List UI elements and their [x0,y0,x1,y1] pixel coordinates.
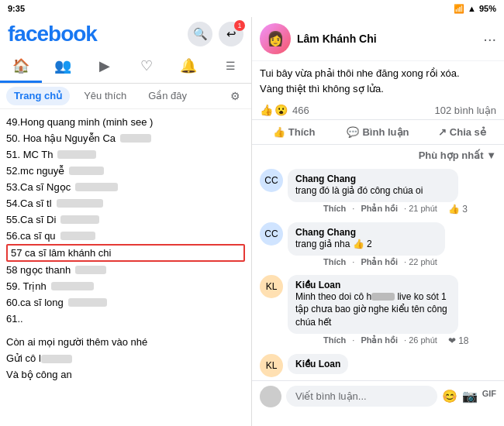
list-item-text: 49.Hong quang minh (minh see ) [6,116,245,128]
footer-text: Còn ai mọi người thêm vào nhé Gửi cô l V… [6,335,245,383]
comment-author: Chang Chang [295,173,450,184]
share-btn-label: Chia sẻ [450,126,486,138]
comment-item: CC Chang Chang trang đó là giả đó công c… [252,166,504,219]
list-item-num: 60.ca sĩ long [6,297,64,308]
list-item: 51. MC Th [6,146,245,163]
list-item-num: 58 ngọc thanh [6,264,71,276]
feed-sort-icon[interactable]: ⚙ [226,87,245,105]
comment-reply[interactable]: Phản hồi [361,204,398,215]
comment-avatar: KL [260,354,283,377]
list-item-num: 51. MC Th [6,149,53,160]
time: 9:35 [8,4,25,13]
comment-button[interactable]: 💬 Bình luận [336,122,419,143]
list-item-highlighted: 57 ca sĩ lâm khánh chi [6,244,245,262]
tab-bell[interactable]: 🔔 [167,51,209,83]
list-item: 56.ca sĩ qu [6,228,245,244]
tab-home[interactable]: 🏠 [0,51,42,83]
like-button[interactable]: 👍 Thích [252,122,336,143]
comment-item: KL Kiều Loan Minh theo doi cô h live ko … [252,272,504,351]
post-text-line2: Vàng thiệt thì không sợ lửa. [260,83,384,94]
list-item: 52.mc nguyễ [6,163,245,179]
comment-time: · 26 phút [404,335,437,346]
comment-like[interactable]: Thích [323,204,346,215]
comment-author: Chang Chang [295,227,437,238]
gif-icon[interactable]: GIF [482,389,496,404]
comment-avatar: CC [260,222,283,246]
blurred-name [57,150,96,159]
post-avatar: 👩 [260,23,291,54]
comment-like[interactable]: Thích [323,257,346,267]
nav-tabs: 🏠 👥 ▶ ♡ 🔔 ☰ [0,51,251,84]
comment-author: Kiều Loan [295,280,450,290]
comment-bubble: Chang Chang trang đó là giả đó công chúa… [288,169,458,202]
list-item: 60.ca sĩ long [6,294,245,311]
comment-reply[interactable]: Phản hồi [361,257,398,267]
blurred-name [60,232,95,240]
blurred-name [75,266,106,274]
fb-logo: facebook [8,22,97,46]
feed-tab-favorites[interactable]: Yêu thích [76,87,134,105]
blurred-name [57,199,103,208]
tab-heart[interactable]: ♡ [126,51,167,83]
messenger-badge: 1 [234,20,245,31]
comment-time: · 22 phút [404,257,437,267]
camera-icon[interactable]: 📷 [462,389,478,404]
comment-btn-label: Bình luận [362,126,409,138]
share-btn-icon: ↗ [438,126,447,138]
comment-like[interactable]: Thích [323,335,346,346]
list-item-num: 52.mc nguyễ [6,165,64,177]
sort-row[interactable]: Phù hợp nhất ▼ [252,145,504,166]
emoji-icon[interactable]: 😊 [442,389,457,404]
more-options-button[interactable]: ··· [483,30,496,48]
blurred-name [51,282,94,290]
list-item-num: 56.ca sĩ qu [6,230,56,242]
comment-actions: Thích · Phản hồi · 21 phút 👍 3 [288,202,475,216]
tab-menu[interactable]: ☰ [209,51,251,83]
comment-actions: Thích · Phản hồi · 26 phút ❤ 18 [288,334,477,348]
reaction-count: 466 [292,105,309,116]
fb-header-icons: 🔍 ↩ 1 [188,22,243,46]
search-button[interactable]: 🔍 [188,22,212,46]
comment-avatar: KL [260,275,283,298]
list-item-num: 53.Ca sĩ Ngọc [6,181,71,193]
comment-reaction: ❤ 18 [448,335,469,346]
like-btn-label: Thích [288,126,316,138]
comment-input[interactable]: Viết bình luận... [286,386,437,407]
comment-text: trang giả nha 👍 2 [295,238,437,251]
love-icon: 😮 [274,104,288,116]
post-header: 👩 Lâm Khánh Chi ··· [252,17,504,61]
tab-friends[interactable]: 👥 [42,51,84,83]
status-bar: 9:35 📶 ▲ 95% [0,0,504,17]
tab-video[interactable]: ▶ [84,51,126,83]
comment-separator: · [352,335,354,346]
share-button[interactable]: ↗ Chia sẻ [420,122,504,143]
post-body: Tui bây vừa phải thôi nhe đăng xong rồi … [252,61,504,101]
comment-reaction: 👍 3 [448,204,468,215]
list-item: 53.Ca sĩ Ngọc [6,179,245,195]
feed-tabs: Trang chủ Yêu thích Gần đây ⚙ [0,84,251,109]
list-item: 49.Hong quang minh (minh see ) [6,114,245,130]
list-item: 50. Hoa hậu Nguyễn Ca [6,130,245,146]
blurred-name [75,183,118,191]
list-item-num: 50. Hoa hậu Nguyễn Ca [6,132,116,144]
comment-btn-icon: 💬 [347,126,359,138]
like-icon: 👍 [260,104,273,116]
feed-tab-recent[interactable]: Gần đây [140,87,195,105]
comment-bubble: Kiều Loan [288,354,348,374]
feed-tab-home[interactable]: Trang chủ [6,87,70,105]
comment-input-avatar [260,386,281,407]
list-item-num: 59. Trịnh [6,280,47,292]
messenger-button[interactable]: ↩ 1 [219,22,243,46]
wifi-icon: ▲ [468,4,476,13]
comment-reply[interactable]: Phản hồi [361,335,398,346]
comment-text: Minh theo doi cô h live ko sót 1 tập chư… [295,290,450,329]
comment-item: KL Kiều Loan [252,351,504,380]
blurred-name [120,134,151,143]
comment-item: CC Chang Chang trang giả nha 👍 2 Thích ·… [252,219,504,272]
comment-count: 102 bình luận [434,105,496,116]
reaction-icons: 👍 😮 466 [260,104,309,116]
list-item: 54.Ca sĩ tl [6,195,245,211]
list-item: 58 ngọc thanh [6,262,245,278]
comment-actions: Thích · Phản hồi · 22 phút [288,256,445,269]
list-item-num: 55.Ca sĩ Di [6,214,56,225]
